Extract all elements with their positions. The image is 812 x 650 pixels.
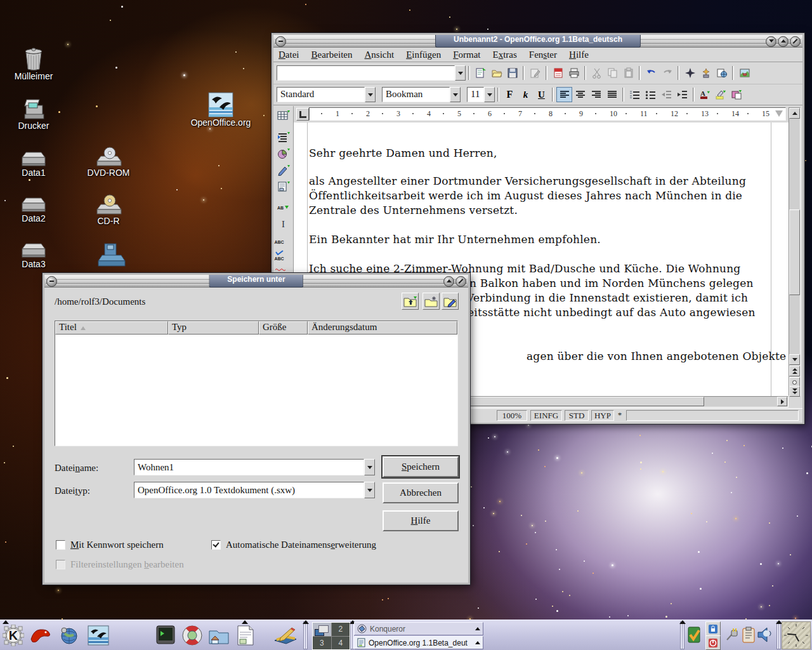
scroll-right-button[interactable] <box>777 397 787 406</box>
align-justify-button[interactable] <box>604 87 620 102</box>
help-button[interactable]: Hilfe <box>383 510 459 531</box>
desktop-icon-dvdrom[interactable]: DVD-ROM <box>84 146 133 178</box>
menu-fenster[interactable]: Fenster <box>529 50 557 60</box>
filename-combobox[interactable]: Wohnen1 <box>134 459 375 475</box>
undo-icon[interactable] <box>643 65 659 81</box>
help-center-launcher[interactable] <box>180 623 204 647</box>
autospellcheck-icon[interactable]: ABC <box>275 255 292 270</box>
openoffice-launcher[interactable] <box>86 623 110 647</box>
insert-object-icon[interactable] <box>275 145 292 161</box>
bullet-list-button[interactable] <box>643 87 658 102</box>
menu-ansicht[interactable]: Ansicht <box>364 50 394 60</box>
tray-handle[interactable] <box>680 621 684 649</box>
numbered-list-button[interactable] <box>627 87 643 102</box>
gallery-icon[interactable] <box>737 65 752 81</box>
desktop-icon-data3[interactable]: Data3 <box>9 241 58 269</box>
task-openoffice[interactable]: OpenOffice.org 1.1Beta_deut <box>354 636 483 649</box>
save-icon[interactable] <box>504 65 520 81</box>
default-directory-button[interactable] <box>442 293 459 310</box>
filetype-value[interactable]: OpenOffice.org 1.0 Textdokument (.sxw) <box>134 482 364 498</box>
window-menu-button[interactable] <box>275 36 286 47</box>
applet-handle-arrow[interactable] <box>303 620 309 624</box>
desktop-icon-cdr[interactable]: CD-R <box>85 193 132 226</box>
paragraph-background-button[interactable] <box>729 87 745 102</box>
menu-einfuegen[interactable]: Einfügen <box>406 50 441 60</box>
dialog-menu-button[interactable] <box>46 276 57 287</box>
menu-format[interactable]: Format <box>453 50 480 60</box>
edit-file-icon[interactable] <box>527 65 543 81</box>
suse-watcher-tray-icon[interactable] <box>686 625 703 644</box>
paste-icon[interactable] <box>620 65 636 81</box>
right-indent-marker[interactable] <box>775 110 783 117</box>
draw-functions-icon[interactable] <box>275 162 292 178</box>
desktop-icon-floppy-drive[interactable] <box>93 242 131 268</box>
desktop-icon-openoffice[interactable]: OpenOffice.org <box>190 92 251 128</box>
export-pdf-icon[interactable] <box>550 65 566 81</box>
font-name-combobox[interactable]: Bookman <box>382 87 461 102</box>
filetype-combobox[interactable]: OpenOffice.org 1.0 Textdokument (.sxw) <box>134 482 375 498</box>
clock-handle[interactable] <box>776 621 781 649</box>
close-button[interactable] <box>790 36 801 47</box>
column-type[interactable]: Typ <box>168 321 259 335</box>
writer-titlebar[interactable]: Unbenannt2 - OpenOffice.org 1.1Beta_deut… <box>273 35 802 48</box>
dialog-titlebar[interactable]: Speichern unter <box>44 275 468 288</box>
font-size-combobox[interactable]: 11 <box>467 87 495 102</box>
filetype-dropdown-button[interactable] <box>364 482 375 498</box>
create-new-folder-button[interactable] <box>422 293 440 310</box>
desktop-icon-data2[interactable]: Data2 <box>9 196 58 223</box>
pager-desktop-2[interactable]: 2 <box>332 623 350 636</box>
font-dropdown-button[interactable] <box>450 87 461 102</box>
next-page-button[interactable] <box>789 386 800 397</box>
italic-button[interactable]: k <box>518 87 534 102</box>
suse-launcher[interactable] <box>28 623 52 647</box>
menu-bearbeiten[interactable]: Bearbeiten <box>311 50 353 60</box>
redo-icon[interactable] <box>659 65 675 81</box>
desktop-icon-trash[interactable]: Mülleimer <box>9 47 58 81</box>
menu-datei[interactable]: Datei <box>278 50 299 60</box>
horizontal-ruler[interactable]: 123456789101112131415 <box>309 107 786 121</box>
insert-form-icon[interactable] <box>275 178 292 194</box>
status-insert-mode[interactable]: EINFG <box>530 410 562 421</box>
task-konqueror[interactable]: Konqueror <box>354 622 483 635</box>
pager-handle[interactable] <box>303 621 308 649</box>
bold-button[interactable]: F <box>502 87 518 102</box>
password-checkbox[interactable]: Mit Kennwort speichern <box>56 540 164 550</box>
filename-value[interactable]: Wohnen1 <box>134 459 364 475</box>
dialog-close-button[interactable] <box>455 276 466 287</box>
file-list[interactable]: Titel Typ Größe Änderungsdatum <box>55 321 458 446</box>
checkbox-box[interactable] <box>56 540 65 550</box>
url-combobox[interactable] <box>277 65 466 81</box>
scroll-up-button[interactable] <box>789 108 800 119</box>
pager-desktop-1[interactable] <box>313 623 331 636</box>
previous-page-button[interactable] <box>789 366 800 376</box>
k-menu-button[interactable]: K <box>1 623 25 647</box>
paragraph-style-combobox[interactable]: Standard <box>277 87 376 102</box>
desktop-icon-data1[interactable]: Data1 <box>9 150 58 178</box>
konsole-launcher[interactable] <box>154 623 178 647</box>
tab-stop-selector[interactable] <box>296 108 309 121</box>
vertical-scroll-thumb[interactable] <box>789 209 800 295</box>
copy-icon[interactable] <box>605 65 620 81</box>
url-input[interactable] <box>277 65 455 81</box>
maximize-button[interactable] <box>778 36 789 47</box>
underline-button[interactable]: U <box>534 87 549 102</box>
kpowersave-tray-icon[interactable] <box>724 627 740 643</box>
status-hyperlink-mode[interactable]: HYP <box>591 410 614 421</box>
url-dropdown-button[interactable] <box>455 65 466 81</box>
decrease-indent-button[interactable] <box>658 87 674 102</box>
cut-icon[interactable] <box>589 65 605 81</box>
kwrite-launcher[interactable] <box>233 623 258 647</box>
pager-desktop-4[interactable]: 4 <box>332 637 350 650</box>
new-document-icon[interactable] <box>473 65 488 81</box>
desktop-settings-launcher[interactable] <box>273 623 297 647</box>
column-size[interactable]: Größe <box>259 321 308 335</box>
font-color-button[interactable]: A <box>697 87 713 102</box>
menu-hilfe[interactable]: Hilfe <box>569 50 589 60</box>
kmix-volume-tray-icon[interactable] <box>756 625 774 644</box>
applet-handle-arrow[interactable] <box>679 620 686 624</box>
scroll-down-button[interactable] <box>789 354 800 365</box>
dialog-maximize-button[interactable] <box>443 276 454 287</box>
status-zoom[interactable]: 100% <box>497 410 527 421</box>
status-selection-mode[interactable]: STD <box>565 410 589 421</box>
save-button[interactable]: Speichern <box>383 456 459 477</box>
